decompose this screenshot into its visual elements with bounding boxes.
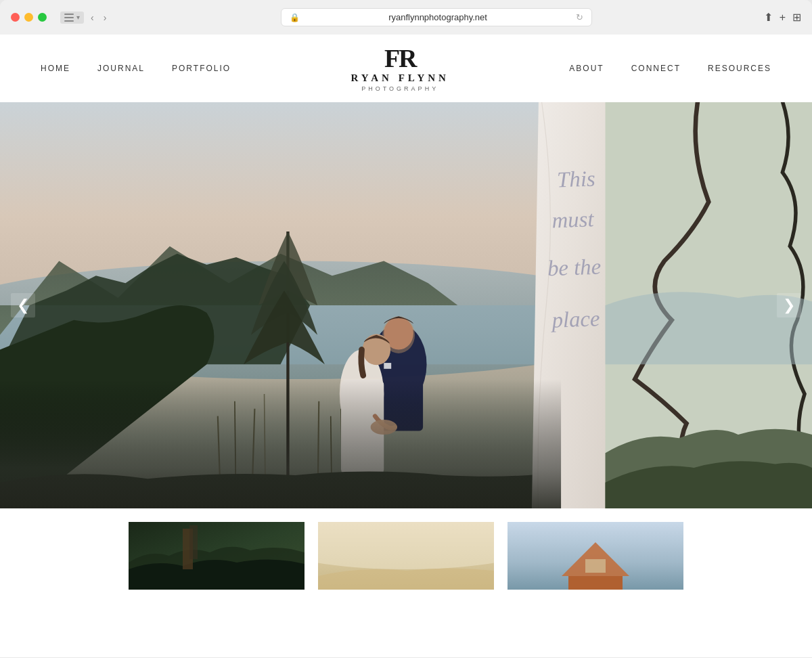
svg-text:place: place (550, 306, 600, 332)
hero-image: This must be the place (0, 102, 812, 508)
nav-right: ABOUT CONNECT RESOURCES (569, 64, 771, 73)
close-button[interactable] (11, 13, 20, 22)
nav-about[interactable]: ABOUT (569, 64, 604, 73)
browser-window: ▾ ‹ › 🔒 ryanflynnphotography.net ↻ ⬆ + ⊞ (0, 0, 812, 35)
tab-overview-button[interactable]: ⊞ (792, 11, 801, 24)
address-bar[interactable]: 🔒 ryanflynnphotography.net ↻ (281, 8, 592, 26)
svg-rect-37 (568, 576, 623, 590)
svg-text:be the: be the (547, 255, 601, 281)
nav-connect[interactable]: CONNECT (631, 64, 681, 73)
svg-text:This: This (557, 167, 596, 192)
new-tab-button[interactable]: + (780, 12, 786, 24)
nav-portfolio[interactable]: PORTFOLIO (172, 64, 231, 73)
forward-button[interactable]: › (101, 11, 110, 24)
slider-prev-button[interactable]: ❮ (11, 293, 35, 317)
browser-action-bar: ⬆ + ⊞ (764, 11, 801, 24)
site-logo[interactable]: FR Ryan Flynn Photography (351, 45, 449, 92)
svg-rect-38 (585, 559, 606, 573)
logo-monogram: FR (384, 45, 416, 71)
thumbnail-row (0, 508, 812, 590)
logo-subtitle: Photography (361, 85, 438, 92)
thumbnail-2[interactable] (318, 522, 494, 590)
svg-text:must: must (551, 206, 595, 232)
logo-name: Ryan Flynn (351, 72, 449, 84)
hero-slider: This must be the place ❮ ❯ (0, 102, 812, 508)
slider-next-button[interactable]: ❯ (777, 293, 801, 317)
svg-point-34 (318, 522, 494, 569)
svg-point-20 (363, 334, 390, 366)
share-button[interactable]: ⬆ (764, 11, 773, 24)
main-navigation: HOME JoURNAL PORTFOLIO FR Ryan Flynn Pho… (0, 35, 812, 102)
thumbnail-3[interactable] (508, 522, 683, 590)
thumbnail-1[interactable] (129, 522, 304, 590)
reload-button[interactable]: ↻ (576, 12, 583, 22)
sidebar-toggle[interactable]: ▾ (60, 12, 84, 24)
browser-titlebar: ▾ ‹ › 🔒 ryanflynnphotography.net ↻ ⬆ + ⊞ (0, 0, 812, 35)
url-display: ryanflynnphotography.net (305, 12, 570, 22)
nav-left: HOME JoURNAL PORTFOLIO (41, 64, 231, 73)
website-content: HOME JoURNAL PORTFOLIO FR Ryan Flynn Pho… (0, 35, 812, 657)
nav-home[interactable]: HOME (41, 64, 70, 73)
maximize-button[interactable] (38, 13, 47, 22)
svg-rect-32 (189, 525, 198, 559)
nav-resources[interactable]: RESOURCES (708, 64, 771, 73)
nav-journal[interactable]: JoURNAL (97, 64, 145, 73)
minimize-button[interactable] (24, 13, 33, 22)
window-controls (11, 13, 47, 22)
svg-rect-29 (0, 379, 561, 508)
back-button[interactable]: ‹ (88, 11, 97, 24)
svg-rect-17 (384, 363, 391, 369)
